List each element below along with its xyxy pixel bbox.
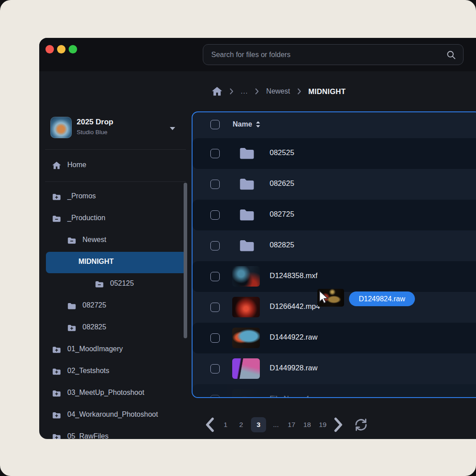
pagination-page-1[interactable]: 1 (220, 417, 231, 432)
sidebar-item-082825[interactable]: 082825 (39, 317, 192, 339)
chevron-right-icon[interactable] (332, 417, 344, 432)
file-rows: 082525082625082725082825D1248358.mxfD126… (193, 138, 476, 398)
workspace-avatar[interactable] (50, 117, 72, 138)
sidebar-item-label: Newest (82, 236, 106, 244)
sidebar-item-01_moodimagery[interactable]: 01_MoodImagery (39, 339, 192, 361)
name-column-header[interactable]: Name (233, 120, 260, 128)
chevron-left-icon[interactable] (204, 417, 216, 432)
pagination-page-3[interactable]: 3 (251, 417, 266, 432)
file-name: D1449928.raw (270, 364, 317, 372)
row-checkbox[interactable] (210, 364, 220, 373)
file-thumbnail (232, 266, 260, 287)
sidebar-item-_promos[interactable]: _Promos (39, 186, 192, 208)
sidebar-item-052125[interactable]: 052125 (39, 274, 192, 295)
app-window: 2025 Drop Studio Blue Home _Promos_Produ… (39, 38, 476, 439)
folder-icon (238, 177, 255, 191)
folder-icon (238, 147, 255, 160)
table-row[interactable]: D1444922.raw (193, 323, 476, 353)
desktop-background: 2025 Drop Studio Blue Home _Promos_Produ… (0, 0, 476, 476)
breadcrumb-item-newest[interactable]: Newest (266, 87, 290, 95)
row-checkbox[interactable] (210, 272, 220, 281)
sidebar-item-082725[interactable]: 082725 (39, 295, 192, 317)
workspace-title[interactable]: 2025 Drop (77, 118, 113, 127)
table-row[interactable]: 082525 (193, 138, 476, 169)
file-name: 082625 (270, 179, 294, 188)
sidebar-item-04_workaround_photoshoot[interactable]: 04_Workaround_Photoshoot (39, 405, 192, 427)
file-name: D1266442.mp4 (270, 302, 320, 311)
window-titlebar (39, 38, 476, 71)
folder-plus-icon (52, 389, 61, 398)
breadcrumb-home-icon[interactable] (212, 86, 222, 96)
folder-plus-icon (52, 345, 61, 354)
sidebar-item-label: Home (67, 161, 86, 169)
chevron-down-icon[interactable] (169, 124, 176, 128)
search-icon[interactable] (446, 50, 456, 60)
refresh-icon[interactable] (354, 417, 368, 432)
chevron-right-icon (229, 88, 234, 94)
pagination-ellipsis: ... (270, 417, 282, 432)
sidebar-item-label: _Production (67, 214, 105, 222)
sidebar-item-midnight[interactable]: MIDNIGHT (46, 252, 186, 273)
sidebar-item-home[interactable]: Home (39, 155, 192, 177)
row-checkbox[interactable] (210, 210, 220, 220)
home-icon (52, 161, 61, 170)
sidebar-item-label: MIDNIGHT (78, 258, 114, 266)
row-checkbox[interactable] (210, 395, 220, 398)
file-list-panel: Name 082525082625082725082825D1248358.mx… (192, 111, 476, 398)
folder-minus-icon (67, 236, 76, 245)
file-list-header: Name (193, 112, 476, 138)
sidebar-item-label: 02_Testshots (67, 367, 109, 375)
file-thumbnail (232, 328, 260, 348)
sidebar-scrollbar[interactable] (184, 183, 187, 338)
sidebar-item-_production[interactable]: _Production (39, 208, 192, 230)
file-thumbnail (232, 389, 260, 398)
table-row[interactable]: 082825 (193, 230, 476, 261)
folder-icon (238, 208, 255, 222)
folder-plus-icon (52, 367, 61, 376)
pagination-page-18[interactable]: 18 (301, 417, 313, 432)
sidebar: 2025 Drop Studio Blue Home _Promos_Produ… (39, 71, 192, 439)
row-checkbox[interactable] (210, 241, 220, 250)
sidebar-item-05_rawfiles[interactable]: 05_RawFiles (39, 427, 192, 439)
table-row[interactable]: 082725 (193, 200, 476, 230)
sidebar-item-label: 052125 (110, 279, 134, 287)
row-checkbox[interactable] (210, 180, 220, 189)
row-checkbox[interactable] (210, 149, 220, 158)
pagination-page-19[interactable]: 19 (317, 417, 328, 432)
window-controls (45, 45, 77, 53)
folder-minus-icon (95, 280, 104, 289)
divider (45, 181, 186, 182)
table-row[interactable]: D1449928.raw (193, 353, 476, 384)
divider (45, 149, 186, 150)
select-all-checkbox[interactable] (210, 120, 220, 129)
sidebar-item-label: 03_MeetUp_Photoshoot (67, 389, 144, 397)
file-thumbnail (232, 297, 260, 317)
zoom-button[interactable] (69, 45, 77, 53)
sidebar-item-newest[interactable]: Newest (39, 230, 192, 252)
search-input[interactable] (203, 51, 463, 59)
sidebar-item-02_testshots[interactable]: 02_Testshots (39, 361, 192, 383)
minimize-button[interactable] (57, 45, 66, 53)
file-name: D1444922.raw (270, 333, 317, 341)
pagination-page-17[interactable]: 17 (286, 417, 297, 432)
folder-minus-icon (52, 214, 61, 223)
sort-arrows-icon[interactable] (256, 121, 260, 127)
breadcrumb-item-...[interactable]: ... (241, 87, 248, 95)
pagination-page-2[interactable]: 2 (235, 417, 247, 432)
breadcrumb-item-midnight[interactable]: MIDNIGHT (308, 87, 346, 96)
sidebar-item-03_meetup_photoshoot[interactable]: 03_MeetUp_Photoshoot (39, 383, 192, 405)
table-row[interactable]: 082625 (193, 169, 476, 200)
close-button[interactable] (45, 45, 54, 53)
table-row[interactable]: File Name 4 (193, 384, 476, 398)
folder-plus-icon (52, 433, 61, 439)
row-checkbox[interactable] (210, 303, 220, 312)
sidebar-item-label: 04_Workaround_Photoshoot (67, 410, 158, 419)
sidebar-item-label: 082825 (82, 323, 106, 331)
breadcrumb: ...NewestMIDNIGHT (192, 71, 476, 111)
search-bar[interactable] (203, 44, 464, 65)
table-row[interactable]: D1248358.mxf (193, 261, 476, 292)
row-checkbox[interactable] (210, 333, 220, 343)
file-name: 082825 (270, 241, 294, 249)
folder-icon (238, 239, 255, 253)
file-name: 082725 (270, 210, 294, 218)
